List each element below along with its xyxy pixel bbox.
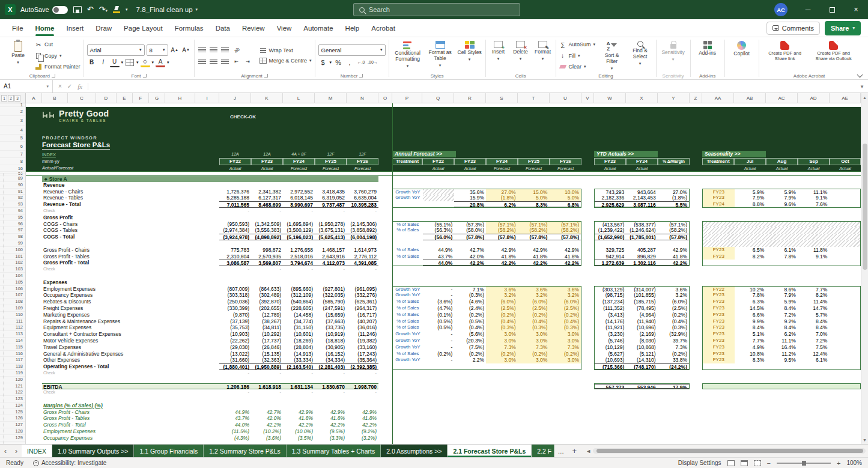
cell[interactable] (42, 273, 195, 279)
cell[interactable] (42, 240, 195, 247)
cell[interactable] (690, 195, 702, 201)
cell[interactable]: Gross Profit - Tables (42, 254, 195, 260)
cell[interactable] (195, 189, 219, 195)
cell[interactable]: (22,262) (219, 338, 251, 344)
cell[interactable]: (13,022) (219, 351, 251, 357)
cell[interactable] (251, 403, 283, 409)
cell[interactable]: 42.9% (658, 247, 689, 254)
cell[interactable]: FY23 (703, 324, 735, 331)
cell[interactable]: (864,633) (251, 286, 283, 293)
outline-level-3-button[interactable]: 3 (14, 95, 20, 102)
cell[interactable] (690, 389, 702, 396)
cell[interactable]: Gross Profit - Chairs (42, 409, 195, 416)
cell[interactable] (581, 273, 594, 279)
cell[interactable]: % of Sales (393, 305, 423, 312)
cell[interactable]: (9.2%) (347, 428, 378, 435)
cell[interactable] (690, 299, 702, 305)
cell[interactable]: % of Sales (393, 351, 423, 357)
cell[interactable]: 5.9% (735, 189, 766, 195)
cell[interactable]: (58.2%) (658, 227, 689, 234)
column-header-S[interactable]: S (486, 93, 518, 103)
cell[interactable]: 6,018,145 (283, 195, 315, 201)
display-settings-button[interactable]: Display Settings (678, 460, 721, 466)
cell[interactable] (195, 435, 219, 442)
cell[interactable]: (2,392,385) (347, 363, 378, 370)
cell[interactable] (195, 182, 219, 189)
cell[interactable]: 3.0% (549, 357, 581, 363)
cell[interactable]: (7.5%) (454, 344, 486, 351)
grow-font-button[interactable]: A▲ (170, 45, 180, 55)
cell[interactable]: 42.2% (315, 422, 347, 428)
cell[interactable]: 7.2% (798, 338, 830, 344)
cell[interactable]: (1,695,894) (283, 221, 315, 228)
cell[interactable] (690, 370, 702, 377)
cell[interactable]: (6,004,198) (347, 234, 378, 240)
cell[interactable]: (3,924,978) (219, 234, 251, 240)
cell[interactable] (581, 176, 594, 182)
row-header-5[interactable]: 5 (0, 135, 25, 142)
tabs-prev-icon[interactable]: ‹ (0, 445, 11, 457)
cell[interactable] (195, 428, 219, 435)
cell[interactable]: 42.2% (658, 260, 689, 266)
cell[interactable]: (5.6%) (454, 331, 486, 338)
cell[interactable]: 8.4% (798, 324, 830, 331)
cell[interactable] (26, 435, 42, 442)
cell[interactable]: (202,655) (251, 305, 283, 312)
cell[interactable]: 2,925,629 (595, 201, 626, 207)
cell[interactable]: Growth YoY (393, 344, 423, 351)
cell[interactable] (581, 370, 594, 377)
cell[interactable] (347, 377, 378, 383)
cell[interactable]: (895,660) (283, 286, 315, 293)
cell[interactable]: (137,234) (595, 299, 626, 305)
cell[interactable]: Growth YoY (393, 357, 423, 363)
cell[interactable] (219, 403, 251, 409)
cell[interactable]: 9.6% (766, 201, 798, 207)
cell[interactable]: (35,364) (347, 357, 378, 363)
cell[interactable] (690, 273, 702, 279)
cell[interactable] (581, 182, 594, 189)
workbook-title[interactable]: 7.8_Final clean up▾ (136, 6, 198, 13)
increase-indent-icon[interactable]: ⇥ (243, 56, 253, 66)
cell[interactable]: (585,790) (315, 299, 347, 305)
cell[interactable] (219, 377, 251, 383)
cell[interactable]: 3.2% (486, 292, 518, 299)
cell[interactable]: 41.8% (486, 254, 518, 260)
cell[interactable] (26, 292, 42, 299)
cell[interactable] (347, 182, 378, 189)
column-header-B[interactable]: B (42, 93, 68, 103)
cell[interactable]: - (315, 389, 347, 396)
sensitivity-button[interactable]: Sensitivity▾ (660, 40, 687, 71)
cell[interactable]: (24.2%) (658, 363, 689, 369)
cell[interactable]: FY23 (703, 351, 735, 357)
cell[interactable]: 44.0% (423, 260, 455, 266)
cell[interactable]: (58.2%) (518, 227, 550, 234)
cell[interactable]: (9,870) (219, 312, 251, 318)
zoom-thumb[interactable] (802, 461, 806, 466)
cell[interactable] (829, 357, 860, 363)
cell[interactable] (195, 370, 219, 377)
cell[interactable]: 20.8% (454, 201, 486, 207)
cell[interactable]: 7.3% (486, 344, 518, 351)
cell[interactable]: (18,269) (283, 338, 315, 344)
cell[interactable] (690, 240, 702, 247)
cell[interactable]: % of Sales (393, 247, 423, 254)
row-header-6[interactable]: 6 (0, 142, 25, 151)
comma-format-button[interactable]: , (345, 58, 354, 67)
minimize-button[interactable]: ─ (796, 0, 820, 19)
cell[interactable] (195, 396, 219, 403)
cell[interactable]: (0.3%) (658, 324, 689, 331)
cell[interactable]: (0.4%) (486, 318, 518, 325)
cell[interactable] (690, 305, 702, 312)
cell[interactable]: FY23 (703, 292, 735, 299)
cell[interactable]: (927,801) (315, 286, 347, 293)
cell[interactable]: (322,035) (315, 292, 347, 299)
cell[interactable] (219, 396, 251, 403)
cell[interactable] (315, 214, 347, 221)
cell[interactable] (690, 377, 702, 383)
align-center-icon[interactable] (209, 56, 219, 66)
align-right-icon[interactable] (220, 56, 230, 66)
dialog-launcher-icon[interactable] (52, 74, 55, 77)
cell[interactable]: (101,855) (626, 292, 657, 299)
cell[interactable] (195, 305, 219, 312)
cell[interactable]: Occupancy Expenses (42, 435, 195, 442)
